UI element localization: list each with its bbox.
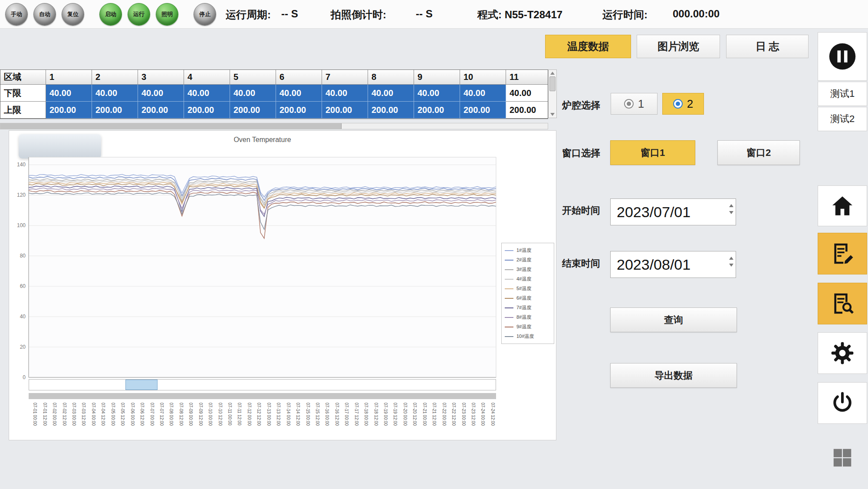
legend-item-8: 8#温度	[505, 314, 551, 320]
scroll-up-icon[interactable]	[550, 72, 555, 75]
topbar-button-4[interactable]: 启动	[99, 3, 122, 26]
limit-cell-r2c7[interactable]: 200.00	[322, 102, 368, 119]
svg-text:07-01 00:00: 07-01 00:00	[33, 403, 37, 426]
svg-text:07-01 12:00: 07-01 12:00	[43, 403, 47, 426]
limit-cell-r2c10[interactable]: 200.00	[460, 102, 506, 119]
topbar-button-label: 照明	[161, 10, 173, 18]
svg-text:07-22 12:00: 07-22 12:00	[451, 403, 456, 426]
svg-text:07-11 12:00: 07-11 12:00	[237, 403, 242, 426]
svg-text:07-03 00:00: 07-03 00:00	[72, 403, 76, 426]
end-date-input[interactable]: 2023/08/01	[610, 251, 736, 278]
svg-text:20: 20	[20, 344, 26, 350]
limit-cell-r2c9[interactable]: 200.00	[414, 102, 460, 119]
table-vertical-scrollbar[interactable]	[548, 69, 557, 118]
limit-cell-r2c5[interactable]: 200.00	[230, 102, 276, 119]
date-spinner-icon[interactable]	[729, 257, 733, 267]
legend-item-4: 4#温度	[505, 276, 551, 282]
settings-button[interactable]	[818, 332, 867, 374]
start-time-label: 开始时间	[562, 204, 600, 217]
query-button[interactable]: 查询	[610, 307, 737, 332]
svg-text:07-13 00:00: 07-13 00:00	[266, 403, 271, 426]
window-2-button[interactable]: 窗口2	[717, 140, 800, 165]
chart-range-scrollbar[interactable]	[29, 379, 496, 390]
limit-cell-r1c6[interactable]: 40.00	[276, 85, 322, 102]
limit-cell-r2c6[interactable]: 200.00	[276, 102, 322, 119]
table-horizontal-scrollbar[interactable]	[0, 123, 548, 129]
edit-note-button[interactable]	[818, 233, 867, 274]
svg-text:07-13 12:00: 07-13 12:00	[276, 403, 281, 426]
limit-cell-r1c1[interactable]: 40.00	[46, 85, 92, 102]
sidebar-item-test1[interactable]: 测试1	[818, 82, 867, 106]
limit-cell-r1c5[interactable]: 40.00	[230, 85, 276, 102]
svg-text:07-02 12:00: 07-02 12:00	[62, 403, 67, 426]
scroll-down-icon[interactable]	[550, 113, 555, 116]
limit-cell-r1c10[interactable]: 40.00	[460, 85, 506, 102]
legend-label: 6#温度	[516, 295, 531, 301]
legend-label: 1#温度	[516, 247, 531, 254]
search-document-icon	[830, 291, 855, 316]
svg-text:07-03 12:00: 07-03 12:00	[81, 403, 86, 426]
svg-text:07-15 12:00: 07-15 12:00	[315, 403, 320, 426]
chamber-select-label: 炉腔选择	[562, 99, 600, 112]
topbar-button-7[interactable]: 停止	[194, 3, 216, 26]
limit-cell-r1c11[interactable]: 40.00	[506, 85, 548, 102]
svg-text:07-19 00:00: 07-19 00:00	[383, 403, 388, 426]
topbar-button-2[interactable]: 自动	[33, 3, 56, 26]
limit-cell-r2c2[interactable]: 200.00	[92, 102, 138, 119]
limit-cell-r2c4[interactable]: 200.00	[184, 102, 230, 119]
export-button-label: 导出数据	[654, 369, 693, 382]
topbar-button-1[interactable]: 手动	[5, 3, 28, 26]
chamber-option-2[interactable]: 2	[662, 93, 704, 115]
tab-1[interactable]: 温度数据	[545, 35, 631, 58]
vertical-scroll-thumb[interactable]	[549, 76, 556, 91]
export-data-button[interactable]: 导出数据	[610, 363, 737, 388]
limit-cell-r1c8[interactable]: 40.00	[368, 85, 414, 102]
apps-grid-button[interactable]	[818, 438, 867, 478]
limit-cell-r1c7[interactable]: 40.00	[322, 85, 368, 102]
date-spinner-icon[interactable]	[729, 204, 733, 214]
legend-label: 8#温度	[516, 314, 531, 320]
search-log-button[interactable]	[818, 283, 867, 324]
sidebar-item-test2[interactable]: 测试2	[818, 107, 867, 131]
limit-cell-r2c1[interactable]: 200.00	[46, 102, 92, 119]
svg-text:07-10 00:00: 07-10 00:00	[208, 403, 213, 426]
horizontal-scroll-thumb[interactable]	[0, 123, 342, 129]
limit-cell-r2c3[interactable]: 200.00	[138, 102, 184, 119]
start-date-value: 2023/07/01	[617, 204, 690, 221]
power-button[interactable]	[818, 382, 867, 424]
tab-3[interactable]: 日 志	[726, 35, 809, 58]
limit-cell-r1c3[interactable]: 40.00	[138, 85, 184, 102]
column-header-5: 5	[230, 70, 276, 85]
window-1-button[interactable]: 窗口1	[610, 140, 695, 165]
topbar-button-3[interactable]: 复位	[62, 3, 84, 26]
power-icon	[830, 391, 855, 415]
chart-range-thumb[interactable]	[125, 380, 158, 390]
topbar-button-label: 复位	[67, 10, 79, 18]
svg-text:07-19 12:00: 07-19 12:00	[393, 403, 398, 426]
window-1-label: 窗口1	[641, 146, 665, 159]
topbar-button-6[interactable]: 照明	[156, 3, 178, 26]
radio-icon	[624, 99, 634, 109]
topbar: 手动自动复位启动运行照明停止 运行周期: -- S 拍照倒计时: -- S 程式…	[0, 0, 868, 29]
legend-swatch	[505, 336, 513, 337]
svg-text:07-05 00:00: 07-05 00:00	[111, 403, 115, 426]
chamber-option-1[interactable]: 1	[611, 93, 658, 115]
limit-cell-r1c9[interactable]: 40.00	[414, 85, 460, 102]
table-corner-header: 区域	[0, 70, 46, 85]
start-date-input[interactable]: 2023/07/01	[610, 198, 736, 225]
legend-label: 3#温度	[516, 266, 531, 273]
pause-button[interactable]	[818, 32, 867, 81]
tab-2[interactable]: 图片浏览	[637, 35, 720, 58]
run-cycle-label: 运行周期:	[226, 8, 271, 22]
limit-cell-r2c8[interactable]: 200.00	[368, 102, 414, 119]
home-button[interactable]	[818, 185, 867, 226]
svg-text:07-20 00:00: 07-20 00:00	[403, 403, 408, 426]
limit-cell-r2c11[interactable]: 200.00	[506, 102, 548, 119]
svg-text:07-07 00:00: 07-07 00:00	[150, 403, 155, 426]
svg-text:07-10 12:00: 07-10 12:00	[218, 403, 223, 426]
limit-cell-r1c2[interactable]: 40.00	[92, 85, 138, 102]
legend-item-1: 1#温度	[505, 247, 551, 254]
limit-cell-r1c4[interactable]: 40.00	[184, 85, 230, 102]
topbar-button-5[interactable]: 运行	[128, 3, 150, 26]
test2-label: 测试2	[830, 112, 855, 126]
